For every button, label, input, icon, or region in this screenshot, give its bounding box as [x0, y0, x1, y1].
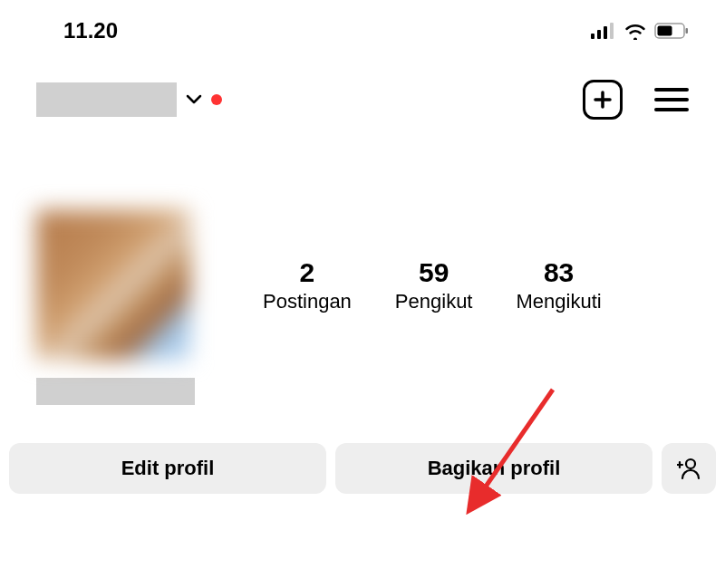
battery-icon: [654, 23, 689, 39]
chevron-down-icon: [186, 94, 202, 105]
svg-rect-0: [591, 34, 594, 39]
wifi-icon: [624, 22, 647, 40]
share-profile-button[interactable]: Bagikan profil: [335, 443, 652, 494]
stat-following-label: Mengikuti: [516, 290, 601, 313]
stat-following-count: 83: [544, 257, 574, 288]
svg-rect-6: [686, 28, 689, 34]
notification-dot: [211, 94, 222, 105]
svg-rect-2: [604, 26, 607, 39]
svg-rect-5: [658, 26, 672, 36]
avatar-container[interactable]: [36, 210, 190, 360]
svg-rect-1: [597, 30, 601, 39]
edit-profile-button[interactable]: Edit profil: [9, 443, 326, 494]
plus-icon: [592, 89, 614, 111]
add-person-icon: [677, 457, 701, 480]
status-bar: 11.20: [0, 0, 725, 53]
discover-people-button[interactable]: [662, 443, 716, 494]
header-actions: [583, 80, 689, 120]
profile-section: 2 Postingan 59 Pengikut 83 Mengikuti: [0, 129, 725, 360]
avatar: [36, 210, 190, 360]
stat-posts-label: Postingan: [263, 290, 352, 313]
stat-posts-count: 2: [300, 257, 315, 288]
menu-button[interactable]: [654, 88, 689, 111]
profile-action-buttons: Edit profil Bagikan profil: [0, 405, 725, 494]
stat-posts[interactable]: 2 Postingan: [263, 257, 352, 313]
status-time: 11.20: [63, 18, 118, 43]
status-icons: [591, 22, 689, 40]
stat-followers-label: Pengikut: [395, 290, 473, 313]
create-button[interactable]: [583, 80, 623, 120]
username-redacted: [36, 82, 177, 117]
display-name-redacted: [36, 378, 195, 405]
svg-rect-3: [610, 23, 614, 39]
profile-header: [0, 53, 725, 129]
profile-stats: 2 Postingan 59 Pengikut 83 Mengikuti: [263, 257, 602, 313]
username-switcher[interactable]: [36, 82, 222, 117]
stat-followers-count: 59: [419, 257, 449, 288]
signal-icon: [591, 23, 616, 39]
hamburger-icon: [654, 88, 689, 92]
svg-point-7: [686, 459, 695, 468]
stat-following[interactable]: 83 Mengikuti: [516, 257, 601, 313]
stat-followers[interactable]: 59 Pengikut: [395, 257, 473, 313]
